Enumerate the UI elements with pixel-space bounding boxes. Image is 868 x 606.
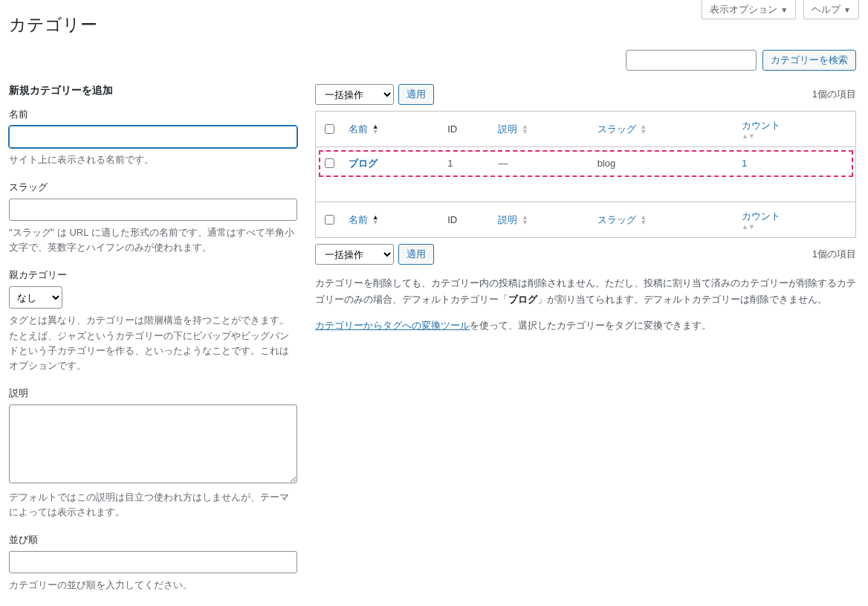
description-textarea[interactable] bbox=[9, 404, 297, 483]
sort-icon: ▲▼ bbox=[522, 124, 528, 135]
col-count-foot[interactable]: カウント ▲▼ bbox=[736, 202, 855, 238]
col-count[interactable]: カウント ▲▼ bbox=[736, 112, 855, 147]
convert-link[interactable]: カテゴリーからタグへの変換ツール bbox=[315, 320, 470, 331]
description-label: 説明 bbox=[9, 387, 297, 400]
name-label: 名前 bbox=[9, 108, 297, 121]
notes: カテゴリーを削除しても、カテゴリー内の投稿は削除されません。ただし、投稿に割り当… bbox=[315, 275, 856, 334]
col-name[interactable]: 名前 ▲▼ bbox=[343, 112, 441, 147]
add-category-form: 新規カテゴリーを追加 名前 サイト上に表示される名前です。 スラッグ "スラッグ… bbox=[9, 84, 297, 606]
select-all-top[interactable] bbox=[325, 124, 334, 134]
order-label: 並び順 bbox=[9, 533, 297, 547]
bulk-action-select-top[interactable]: 一括操作 bbox=[315, 84, 394, 105]
slug-label: スラッグ bbox=[9, 181, 297, 194]
row-slug: blog bbox=[592, 147, 736, 180]
tablenav-bottom: 一括操作 適用 1個の項目 bbox=[315, 244, 856, 265]
col-slug-foot[interactable]: スラッグ ▲▼ bbox=[592, 202, 736, 238]
row-desc: — bbox=[492, 147, 591, 180]
category-list-panel: 一括操作 適用 1個の項目 名前 ▲▼ ID 説明 ▲▼ bbox=[315, 84, 856, 344]
parent-label: 親カテゴリー bbox=[9, 268, 297, 282]
row-id: 1 bbox=[441, 147, 492, 180]
form-section-title: 新規カテゴリーを追加 bbox=[9, 84, 297, 97]
note-convert: カテゴリーからタグへの変換ツールを使って、選択したカテゴリーをタグに変換できます… bbox=[315, 317, 856, 334]
col-desc-foot[interactable]: 説明 ▲▼ bbox=[492, 202, 591, 238]
col-id-foot: ID bbox=[441, 202, 492, 238]
order-help: カテゴリーの並び順を入力してください。 bbox=[9, 578, 297, 593]
sort-icon: ▲▼ bbox=[640, 215, 647, 225]
col-desc[interactable]: 説明 ▲▼ bbox=[492, 112, 591, 147]
row-name-link[interactable]: ブログ bbox=[349, 158, 378, 169]
slug-help: "スラッグ" は URL に適した形式の名前です。通常はすべて半角小文字で、英数… bbox=[9, 225, 297, 255]
chevron-down-icon: ▼ bbox=[843, 6, 851, 14]
search-row: カテゴリーを検索 bbox=[9, 50, 856, 71]
select-all-bottom[interactable] bbox=[325, 215, 334, 225]
parent-select[interactable]: なし bbox=[9, 286, 62, 309]
col-id: ID bbox=[441, 112, 492, 147]
help-label: ヘルプ bbox=[812, 3, 841, 16]
order-input[interactable] bbox=[9, 551, 297, 573]
sort-icon: ▲▼ bbox=[640, 124, 647, 135]
apply-button-bottom[interactable]: 適用 bbox=[398, 244, 434, 265]
table-row: ブログ 1 — blog 1 bbox=[316, 147, 856, 180]
screen-options-tab[interactable]: 表示オプション ▼ bbox=[702, 0, 796, 19]
parent-help: タグとは異なり、カテゴリーは階層構造を持つことができます。たとえば、ジャズという… bbox=[9, 313, 297, 373]
help-tab[interactable]: ヘルプ ▼ bbox=[803, 0, 859, 19]
item-count-bottom: 1個の項目 bbox=[812, 248, 856, 261]
category-table: 名前 ▲▼ ID 説明 ▲▼ スラッグ ▲▼ カウント ▲▼ bbox=[315, 111, 856, 238]
item-count-top: 1個の項目 bbox=[812, 88, 856, 101]
name-help: サイト上に表示される名前です。 bbox=[9, 152, 297, 167]
description-help: デフォルトではこの説明は目立つ使われ方はしませんが、テーマによっては表示されます… bbox=[9, 490, 297, 520]
sort-icon: ▲▼ bbox=[372, 124, 379, 135]
col-name-foot[interactable]: 名前 ▲▼ bbox=[343, 202, 441, 238]
row-count[interactable]: 1 bbox=[742, 158, 747, 169]
row-checkbox[interactable] bbox=[325, 158, 334, 168]
search-button[interactable]: カテゴリーを検索 bbox=[762, 50, 856, 71]
apply-button-top[interactable]: 適用 bbox=[398, 84, 434, 105]
screen-options-label: 表示オプション bbox=[710, 3, 777, 16]
chevron-down-icon: ▼ bbox=[780, 6, 788, 14]
col-slug[interactable]: スラッグ ▲▼ bbox=[592, 112, 736, 147]
tablenav-top: 一括操作 適用 1個の項目 bbox=[315, 84, 856, 105]
bulk-action-select-bottom[interactable]: 一括操作 bbox=[315, 244, 394, 265]
sort-icon: ▲▼ bbox=[742, 134, 849, 139]
slug-input[interactable] bbox=[9, 199, 297, 221]
sort-icon: ▲▼ bbox=[372, 215, 379, 225]
screen-meta-tabs: 表示オプション ▼ ヘルプ ▼ bbox=[702, 0, 859, 19]
name-input[interactable] bbox=[9, 126, 297, 148]
sort-icon: ▲▼ bbox=[522, 215, 528, 225]
sort-icon: ▲▼ bbox=[742, 225, 849, 230]
note-delete: カテゴリーを削除しても、カテゴリー内の投稿は削除されません。ただし、投稿に割り当… bbox=[315, 275, 856, 308]
search-input[interactable] bbox=[626, 50, 757, 71]
